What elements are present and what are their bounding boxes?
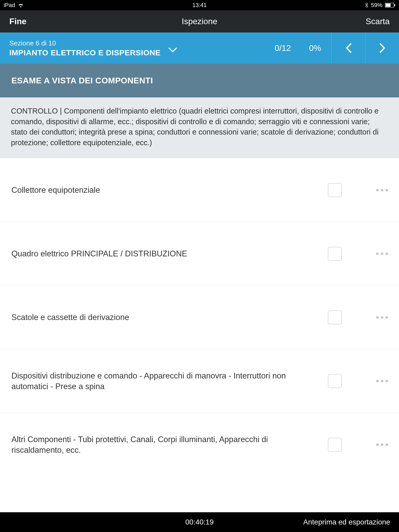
more-icon[interactable] [373, 443, 391, 446]
ios-status-bar: iPad 13:41 59% [0, 0, 399, 10]
checklist-item[interactable]: Altri Componenti - Tubi protettivi, Cana… [0, 413, 399, 476]
progress-percent: 0% [309, 43, 321, 53]
item-checkbox[interactable] [328, 374, 342, 388]
section-progress: 0/12 0% [275, 43, 331, 53]
subsection-header: ESAME A VISTA DEI COMPONENTI [0, 64, 399, 97]
item-label: Altri Componenti - Tubi protettivi, Cana… [11, 434, 320, 456]
item-label: Quadro elettrico PRINCIPALE / DISTRIBUZI… [11, 248, 320, 259]
export-button[interactable]: Anteprima ed esportazione [303, 518, 390, 526]
status-time: 13:41 [192, 2, 207, 9]
more-icon[interactable] [373, 380, 391, 382]
progress-count: 0/12 [275, 43, 291, 53]
section-subtitle: Sezione 6 di 10 [9, 39, 161, 47]
nav-bar: Fine Ispezione Scarta [0, 10, 399, 32]
next-section-button[interactable] [365, 32, 399, 64]
device-label: iPad [4, 2, 15, 9]
item-checkbox[interactable] [328, 247, 342, 261]
chevron-down-icon [168, 47, 177, 54]
checklist-item[interactable]: Quadro elettrico PRINCIPALE / DISTRIBUZI… [0, 222, 399, 285]
svg-rect-2 [394, 4, 395, 6]
svg-rect-1 [386, 4, 391, 7]
more-icon[interactable] [373, 316, 391, 319]
section-description: CONTROLLO | Componenti dell'impianto ele… [0, 97, 399, 158]
item-checkbox[interactable] [328, 183, 342, 197]
page-title: Ispezione [0, 17, 399, 26]
footer-bar: 00:40:19 Anteprima ed esportazione [0, 512, 399, 532]
battery-icon [385, 3, 395, 8]
battery-percent: 59% [371, 2, 382, 9]
item-label: Collettore equipotenziale [11, 185, 320, 196]
status-left: iPad [4, 2, 24, 9]
status-right: 59% [365, 2, 395, 9]
checklist-item[interactable]: Scatole e cassette di derivazione [0, 285, 399, 349]
discard-button[interactable]: Scarta [366, 17, 390, 26]
prev-section-button[interactable] [331, 32, 365, 64]
bluetooth-icon [365, 2, 368, 8]
item-checkbox[interactable] [328, 310, 342, 324]
section-header: Sezione 6 di 10 IMPIANTO ELETTRICO E DIS… [0, 32, 399, 64]
more-icon[interactable] [373, 189, 391, 191]
item-checkbox[interactable] [328, 438, 342, 452]
more-icon[interactable] [373, 252, 391, 255]
section-title: IMPIANTO ELETTRICO E DISPERSIONE [9, 48, 161, 57]
item-label: Dispositivi distribuzione e comando - Ap… [11, 370, 320, 392]
section-dropdown[interactable]: Sezione 6 di 10 IMPIANTO ELETTRICO E DIS… [0, 39, 275, 57]
checklist-item[interactable]: Dispositivi distribuzione e comando - Ap… [0, 349, 399, 413]
wifi-icon [18, 3, 24, 8]
item-label: Scatole e cassette di derivazione [11, 312, 320, 323]
done-button[interactable]: Fine [9, 17, 26, 26]
checklist-item[interactable]: Collettore equipotenziale [0, 158, 399, 222]
checklist: Collettore equipotenziale Quadro elettri… [0, 158, 399, 476]
